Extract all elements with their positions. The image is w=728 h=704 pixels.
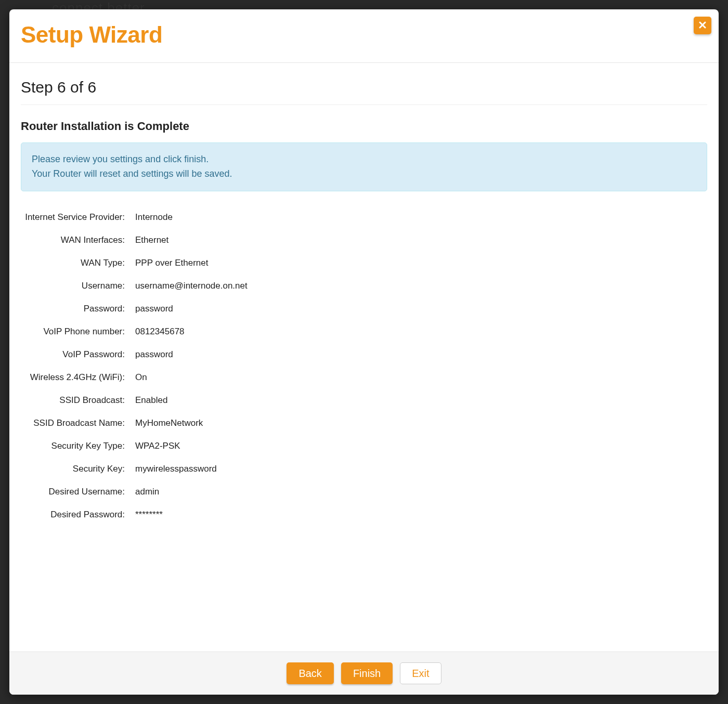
- summary-row: Desired Username:admin: [21, 480, 707, 503]
- close-icon: [699, 20, 706, 31]
- setup-wizard-modal: Setup Wizard Step 6 of 6 Router Installa…: [9, 9, 719, 695]
- close-button[interactable]: [694, 17, 711, 34]
- summary-value: password: [135, 297, 707, 320]
- summary-row: SSID Broadcast:Enabled: [21, 389, 707, 412]
- summary-value: WPA2-PSK: [135, 435, 707, 458]
- summary-value: On: [135, 366, 707, 389]
- summary-value: admin: [135, 480, 707, 503]
- summary-row: SSID Broadcast Name:MyHomeNetwork: [21, 412, 707, 435]
- summary-row: WAN Type:PPP over Ethernet: [21, 252, 707, 275]
- summary-row: Password:password: [21, 297, 707, 320]
- summary-label: Security Key:: [21, 458, 135, 480]
- summary-value: 0812345678: [135, 320, 707, 343]
- summary-value: ********: [135, 503, 707, 526]
- summary-label: Username:: [21, 275, 135, 297]
- summary-label: Desired Password:: [21, 503, 135, 526]
- summary-value: password: [135, 343, 707, 366]
- summary-label: Desired Username:: [21, 480, 135, 503]
- summary-label: VoIP Password:: [21, 343, 135, 366]
- exit-button[interactable]: Exit: [400, 662, 441, 684]
- step-indicator: Step 6 of 6: [21, 79, 707, 105]
- summary-row: VoIP Password:password: [21, 343, 707, 366]
- modal-body: Step 6 of 6 Router Installation is Compl…: [9, 63, 719, 651]
- summary-label: Wireless 2.4GHz (WiFi):: [21, 366, 135, 389]
- summary-label: WAN Interfaces:: [21, 229, 135, 252]
- finish-button[interactable]: Finish: [341, 662, 393, 684]
- modal-title: Setup Wizard: [21, 22, 707, 48]
- info-alert: Please review you settings and click fin…: [21, 142, 707, 191]
- summary-row: VoIP Phone number:0812345678: [21, 320, 707, 343]
- info-alert-line: Please review you settings and click fin…: [32, 154, 209, 164]
- summary-value: username@internode.on.net: [135, 275, 707, 297]
- summary-value: MyHomeNetwork: [135, 412, 707, 435]
- summary-value: Enabled: [135, 389, 707, 412]
- modal-header: Setup Wizard: [9, 9, 719, 63]
- summary-label: SSID Broadcast:: [21, 389, 135, 412]
- info-alert-line: Your Router will reset and settings will…: [32, 168, 232, 179]
- summary-value: Internode: [135, 206, 707, 229]
- back-button[interactable]: Back: [287, 662, 333, 684]
- summary-row: Security Key:mywirelesspassword: [21, 458, 707, 480]
- section-title: Router Installation is Complete: [21, 120, 707, 133]
- summary-label: WAN Type:: [21, 252, 135, 275]
- summary-label: VoIP Phone number:: [21, 320, 135, 343]
- summary-label: SSID Broadcast Name:: [21, 412, 135, 435]
- summary-label: Security Key Type:: [21, 435, 135, 458]
- summary-value: Ethernet: [135, 229, 707, 252]
- summary-table: Internet Service Provider:InternodeWAN I…: [21, 206, 707, 526]
- summary-row: Wireless 2.4GHz (WiFi):On: [21, 366, 707, 389]
- summary-label: Internet Service Provider:: [21, 206, 135, 229]
- summary-value: PPP over Ethernet: [135, 252, 707, 275]
- summary-row: Username:username@internode.on.net: [21, 275, 707, 297]
- modal-footer: Back Finish Exit: [9, 651, 719, 695]
- summary-value: mywirelesspassword: [135, 458, 707, 480]
- summary-row: Internet Service Provider:Internode: [21, 206, 707, 229]
- summary-row: Security Key Type:WPA2-PSK: [21, 435, 707, 458]
- summary-label: Password:: [21, 297, 135, 320]
- summary-row: Desired Password:********: [21, 503, 707, 526]
- summary-row: WAN Interfaces:Ethernet: [21, 229, 707, 252]
